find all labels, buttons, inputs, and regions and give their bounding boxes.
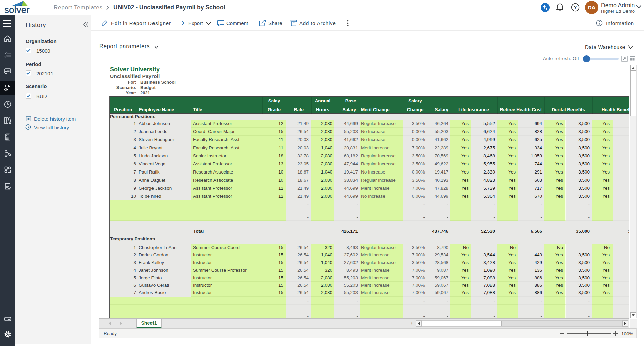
svg-text:solver: solver (4, 5, 30, 15)
svg-text:?: ? (574, 5, 577, 10)
